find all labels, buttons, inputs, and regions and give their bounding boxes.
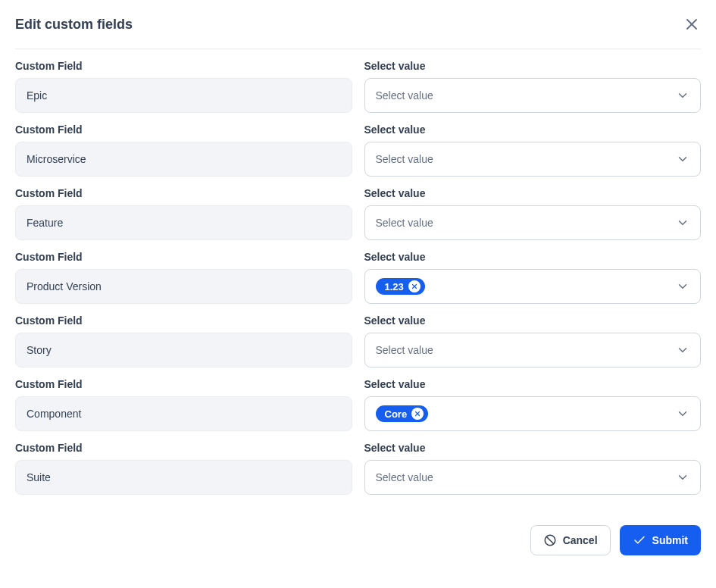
select-value-input[interactable]: 1.23	[364, 269, 702, 304]
custom-field-label: Custom Field	[15, 60, 352, 72]
chevron-down-icon	[676, 343, 689, 357]
custom-field-value: Component	[15, 396, 352, 431]
field-row: Custom Field Product Version Select valu…	[15, 251, 701, 304]
select-value-input[interactable]: Select value	[364, 460, 702, 495]
field-rows: Custom Field Epic Select value Select va…	[15, 60, 701, 495]
select-value-label: Select value	[364, 442, 702, 454]
field-row: Custom Field Feature Select value Select…	[15, 187, 701, 240]
custom-field-label: Custom Field	[15, 378, 352, 390]
dialog-title: Edit custom fields	[15, 17, 133, 33]
custom-field-value: Epic	[15, 78, 352, 113]
custom-field-label: Custom Field	[15, 124, 352, 136]
chevron-down-icon	[676, 152, 689, 166]
select-value-input[interactable]: Select value	[364, 205, 702, 240]
select-value-input[interactable]: Core	[364, 396, 702, 431]
custom-field-value: Suite	[15, 460, 352, 495]
custom-field-label: Custom Field	[15, 251, 352, 263]
select-placeholder: Select value	[376, 344, 433, 356]
custom-field-value: Product Version	[15, 269, 352, 304]
dialog-footer: Cancel Submit	[15, 525, 701, 555]
chevron-down-icon	[676, 216, 689, 230]
value-chip: Core	[376, 405, 429, 422]
custom-field-label: Custom Field	[15, 187, 352, 199]
field-row: Custom Field Suite Select value Select v…	[15, 442, 701, 495]
cancel-icon	[543, 533, 557, 547]
field-row: Custom Field Microservice Select value S…	[15, 124, 701, 177]
close-button[interactable]	[683, 15, 701, 33]
select-value-input[interactable]: Select value	[364, 142, 702, 177]
field-row: Custom Field Epic Select value Select va…	[15, 60, 701, 113]
custom-field-value: Microservice	[15, 142, 352, 177]
chevron-down-icon	[676, 407, 689, 421]
chip-label: Core	[385, 408, 408, 420]
select-placeholder: Select value	[376, 89, 433, 102]
close-icon	[411, 283, 418, 290]
submit-button[interactable]: Submit	[620, 525, 701, 555]
select-value-label: Select value	[364, 187, 702, 199]
select-value-input[interactable]: Select value	[364, 78, 702, 113]
chip-remove-button[interactable]	[411, 408, 424, 420]
custom-field-value: Story	[15, 333, 352, 368]
custom-field-label: Custom Field	[15, 314, 352, 327]
value-chip: 1.23	[376, 278, 425, 295]
select-value-input[interactable]: Select value	[364, 333, 702, 368]
close-icon	[683, 15, 701, 33]
select-placeholder: Select value	[376, 471, 433, 483]
cancel-button[interactable]: Cancel	[530, 525, 611, 555]
chip-remove-button[interactable]	[408, 280, 421, 292]
select-value-label: Select value	[364, 314, 702, 327]
check-icon	[633, 533, 646, 547]
chip-label: 1.23	[385, 281, 404, 292]
field-row: Custom Field Component Select value Core	[15, 378, 701, 431]
submit-label: Submit	[652, 534, 688, 546]
field-row: Custom Field Story Select value Select v…	[15, 314, 701, 368]
svg-line-7	[546, 537, 553, 544]
select-value-label: Select value	[364, 378, 702, 390]
chevron-down-icon	[676, 471, 689, 484]
cancel-label: Cancel	[563, 534, 598, 546]
select-placeholder: Select value	[376, 153, 433, 165]
select-value-label: Select value	[364, 124, 702, 136]
select-value-label: Select value	[364, 251, 702, 263]
chevron-down-icon	[676, 89, 689, 102]
close-icon	[414, 410, 421, 418]
select-placeholder: Select value	[376, 217, 433, 229]
select-value-label: Select value	[364, 60, 702, 72]
custom-field-value: Feature	[15, 205, 352, 240]
chevron-down-icon	[676, 280, 689, 293]
custom-field-label: Custom Field	[15, 442, 352, 454]
